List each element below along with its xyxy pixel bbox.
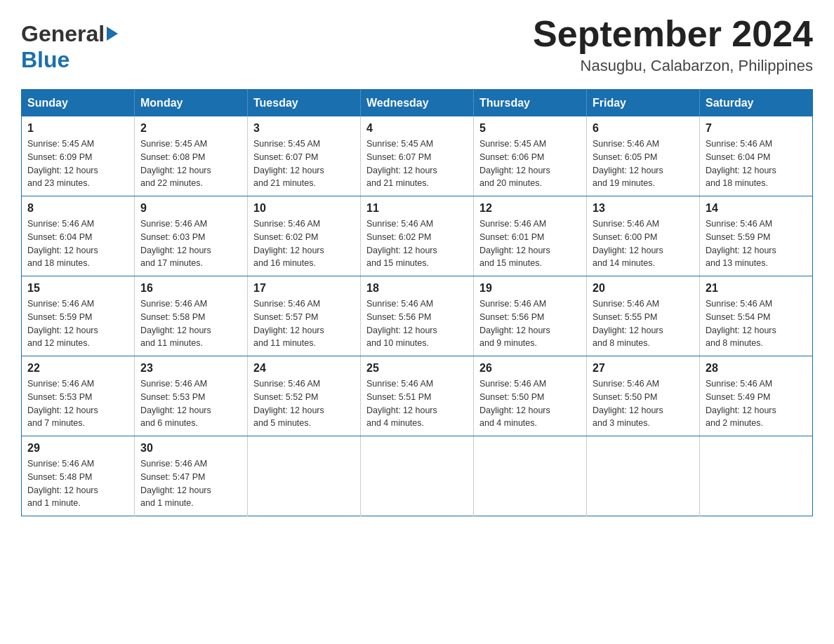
day-number: 22	[27, 362, 128, 375]
logo: General Blue	[21, 14, 118, 73]
day-info: Sunrise: 5:45 AM Sunset: 6:09 PM Dayligh…	[27, 137, 128, 190]
calendar-week-4: 22 Sunrise: 5:46 AM Sunset: 5:53 PM Dayl…	[22, 356, 813, 436]
day-info: Sunrise: 5:46 AM Sunset: 5:52 PM Dayligh…	[253, 377, 355, 430]
day-info: Sunrise: 5:45 AM Sunset: 6:06 PM Dayligh…	[479, 137, 581, 190]
day-info: Sunrise: 5:45 AM Sunset: 6:07 PM Dayligh…	[253, 137, 355, 190]
day-info: Sunrise: 5:46 AM Sunset: 5:53 PM Dayligh…	[140, 377, 241, 430]
calendar-cell: 7 Sunrise: 5:46 AM Sunset: 6:04 PM Dayli…	[700, 116, 813, 196]
day-info: Sunrise: 5:46 AM Sunset: 5:47 PM Dayligh…	[140, 457, 241, 510]
day-info: Sunrise: 5:46 AM Sunset: 6:03 PM Dayligh…	[140, 217, 241, 270]
day-number: 20	[593, 282, 694, 295]
calendar-table: SundayMondayTuesdayWednesdayThursdayFrid…	[21, 89, 813, 516]
day-info: Sunrise: 5:46 AM Sunset: 5:49 PM Dayligh…	[706, 377, 807, 430]
day-number: 21	[706, 282, 807, 295]
day-info: Sunrise: 5:45 AM Sunset: 6:07 PM Dayligh…	[366, 137, 468, 190]
day-number: 16	[140, 282, 241, 295]
day-info: Sunrise: 5:46 AM Sunset: 5:50 PM Dayligh…	[593, 377, 694, 430]
calendar-title: September 2024	[533, 14, 813, 54]
day-number: 26	[479, 362, 581, 375]
day-number: 9	[140, 202, 241, 215]
calendar-week-5: 29 Sunrise: 5:46 AM Sunset: 5:48 PM Dayl…	[22, 436, 813, 516]
day-number: 17	[253, 282, 355, 295]
day-header-monday: Monday	[135, 90, 248, 117]
calendar-cell: 20 Sunrise: 5:46 AM Sunset: 5:55 PM Dayl…	[587, 276, 700, 356]
calendar-cell: 24 Sunrise: 5:46 AM Sunset: 5:52 PM Dayl…	[248, 356, 361, 436]
calendar-cell	[587, 436, 700, 516]
day-number: 13	[593, 202, 694, 215]
calendar-cell: 1 Sunrise: 5:45 AM Sunset: 6:09 PM Dayli…	[22, 116, 135, 196]
calendar-cell: 22 Sunrise: 5:46 AM Sunset: 5:53 PM Dayl…	[22, 356, 135, 436]
day-info: Sunrise: 5:46 AM Sunset: 6:02 PM Dayligh…	[366, 217, 468, 270]
calendar-cell: 9 Sunrise: 5:46 AM Sunset: 6:03 PM Dayli…	[135, 196, 248, 276]
day-info: Sunrise: 5:46 AM Sunset: 5:57 PM Dayligh…	[253, 297, 355, 350]
day-number: 2	[140, 122, 241, 135]
day-info: Sunrise: 5:46 AM Sunset: 5:55 PM Dayligh…	[593, 297, 694, 350]
calendar-week-3: 15 Sunrise: 5:46 AM Sunset: 5:59 PM Dayl…	[22, 276, 813, 356]
day-info: Sunrise: 5:46 AM Sunset: 5:59 PM Dayligh…	[27, 297, 128, 350]
calendar-cell: 23 Sunrise: 5:46 AM Sunset: 5:53 PM Dayl…	[135, 356, 248, 436]
calendar-cell: 29 Sunrise: 5:46 AM Sunset: 5:48 PM Dayl…	[22, 436, 135, 516]
day-number: 18	[366, 282, 468, 295]
calendar-cell: 8 Sunrise: 5:46 AM Sunset: 6:04 PM Dayli…	[22, 196, 135, 276]
day-info: Sunrise: 5:46 AM Sunset: 6:04 PM Dayligh…	[27, 217, 128, 270]
day-info: Sunrise: 5:46 AM Sunset: 6:00 PM Dayligh…	[593, 217, 694, 270]
calendar-cell	[474, 436, 587, 516]
title-area: September 2024 Nasugbu, Calabarzon, Phil…	[533, 14, 813, 75]
calendar-cell: 25 Sunrise: 5:46 AM Sunset: 5:51 PM Dayl…	[361, 356, 474, 436]
day-info: Sunrise: 5:46 AM Sunset: 6:01 PM Dayligh…	[479, 217, 581, 270]
day-info: Sunrise: 5:46 AM Sunset: 6:05 PM Dayligh…	[593, 137, 694, 190]
day-number: 4	[366, 122, 468, 135]
day-info: Sunrise: 5:46 AM Sunset: 6:04 PM Dayligh…	[706, 137, 807, 190]
day-number: 10	[253, 202, 355, 215]
day-header-friday: Friday	[587, 90, 700, 117]
calendar-cell: 16 Sunrise: 5:46 AM Sunset: 5:58 PM Dayl…	[135, 276, 248, 356]
day-header-saturday: Saturday	[700, 90, 813, 117]
calendar-cell: 18 Sunrise: 5:46 AM Sunset: 5:56 PM Dayl…	[361, 276, 474, 356]
day-number: 24	[253, 362, 355, 375]
calendar-cell: 15 Sunrise: 5:46 AM Sunset: 5:59 PM Dayl…	[22, 276, 135, 356]
calendar-cell: 5 Sunrise: 5:45 AM Sunset: 6:06 PM Dayli…	[474, 116, 587, 196]
logo-arrow-icon	[107, 27, 118, 41]
logo-blue-text: Blue	[21, 47, 70, 72]
calendar-cell	[700, 436, 813, 516]
calendar-cell: 2 Sunrise: 5:45 AM Sunset: 6:08 PM Dayli…	[135, 116, 248, 196]
day-number: 5	[479, 122, 581, 135]
day-number: 23	[140, 362, 241, 375]
calendar-cell: 6 Sunrise: 5:46 AM Sunset: 6:05 PM Dayli…	[587, 116, 700, 196]
day-header-wednesday: Wednesday	[361, 90, 474, 117]
calendar-cell: 11 Sunrise: 5:46 AM Sunset: 6:02 PM Dayl…	[361, 196, 474, 276]
day-info: Sunrise: 5:45 AM Sunset: 6:08 PM Dayligh…	[140, 137, 241, 190]
calendar-cell: 27 Sunrise: 5:46 AM Sunset: 5:50 PM Dayl…	[587, 356, 700, 436]
calendar-header-row: SundayMondayTuesdayWednesdayThursdayFrid…	[22, 90, 813, 117]
calendar-cell: 26 Sunrise: 5:46 AM Sunset: 5:50 PM Dayl…	[474, 356, 587, 436]
calendar-cell: 4 Sunrise: 5:45 AM Sunset: 6:07 PM Dayli…	[361, 116, 474, 196]
day-number: 14	[706, 202, 807, 215]
calendar-cell: 3 Sunrise: 5:45 AM Sunset: 6:07 PM Dayli…	[248, 116, 361, 196]
calendar-cell: 13 Sunrise: 5:46 AM Sunset: 6:00 PM Dayl…	[587, 196, 700, 276]
day-info: Sunrise: 5:46 AM Sunset: 5:51 PM Dayligh…	[366, 377, 468, 430]
day-info: Sunrise: 5:46 AM Sunset: 5:59 PM Dayligh…	[706, 217, 807, 270]
page-header: General Blue September 2024 Nasugbu, Cal…	[21, 14, 813, 75]
day-number: 12	[479, 202, 581, 215]
day-info: Sunrise: 5:46 AM Sunset: 5:53 PM Dayligh…	[27, 377, 128, 430]
calendar-cell	[248, 436, 361, 516]
day-info: Sunrise: 5:46 AM Sunset: 6:02 PM Dayligh…	[253, 217, 355, 270]
calendar-cell: 10 Sunrise: 5:46 AM Sunset: 6:02 PM Dayl…	[248, 196, 361, 276]
day-number: 30	[140, 442, 241, 455]
day-number: 7	[706, 122, 807, 135]
calendar-cell: 30 Sunrise: 5:46 AM Sunset: 5:47 PM Dayl…	[135, 436, 248, 516]
calendar-week-1: 1 Sunrise: 5:45 AM Sunset: 6:09 PM Dayli…	[22, 116, 813, 196]
day-number: 15	[27, 282, 128, 295]
day-info: Sunrise: 5:46 AM Sunset: 5:56 PM Dayligh…	[366, 297, 468, 350]
calendar-cell: 17 Sunrise: 5:46 AM Sunset: 5:57 PM Dayl…	[248, 276, 361, 356]
day-info: Sunrise: 5:46 AM Sunset: 5:56 PM Dayligh…	[479, 297, 581, 350]
day-number: 6	[593, 122, 694, 135]
day-number: 11	[366, 202, 468, 215]
day-number: 27	[593, 362, 694, 375]
logo-general-text: General	[21, 21, 105, 47]
day-header-sunday: Sunday	[22, 90, 135, 117]
day-header-tuesday: Tuesday	[248, 90, 361, 117]
calendar-cell	[361, 436, 474, 516]
calendar-cell: 14 Sunrise: 5:46 AM Sunset: 5:59 PM Dayl…	[700, 196, 813, 276]
day-number: 3	[253, 122, 355, 135]
